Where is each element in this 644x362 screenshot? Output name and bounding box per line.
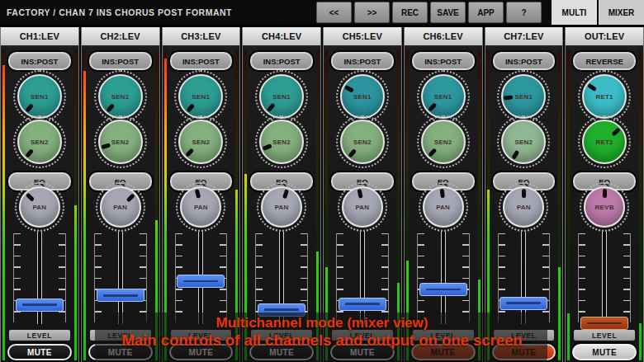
pan-knob[interactable]: PAN bbox=[19, 186, 60, 228]
fader-ticks-left bbox=[94, 233, 102, 322]
fader-track bbox=[441, 232, 446, 324]
prev-preset-button[interactable]: << bbox=[316, 2, 352, 23]
knob-label: SEN1 bbox=[259, 74, 304, 119]
channel-strip-out: OUT:LEV REVERSE RET1 RET2 EQ REVB bbox=[565, 27, 644, 362]
level-meter-right bbox=[558, 49, 561, 360]
caption-line-1: Multichannel mode (mixer view) bbox=[0, 315, 644, 331]
ins-post-button[interactable]: INS:POST bbox=[331, 52, 394, 70]
knob-label: SEN2 bbox=[98, 120, 143, 164]
knob-label: REVB bbox=[584, 186, 625, 228]
revb-knob[interactable]: REVB bbox=[584, 186, 625, 228]
channel-header[interactable]: CH7:LEV bbox=[485, 27, 563, 47]
ret2-knob[interactable]: RET2 bbox=[582, 120, 627, 164]
knob-label: SEN1 bbox=[501, 74, 546, 119]
channel-strip-ch1: CH1:LEV INS:POST SEN1 SEN2 EQ PAN bbox=[0, 27, 79, 362]
sen2-knob[interactable]: SEN2 bbox=[340, 120, 385, 164]
fader-ticks-right bbox=[623, 233, 631, 322]
mixer-app-screen: FACTORY / CHAN 7 INS CHORUS POST FORMANT… bbox=[0, 0, 644, 362]
channel-header[interactable]: CH2:LEV bbox=[82, 27, 159, 47]
fader-handle-line bbox=[103, 294, 138, 297]
sen2-knob[interactable]: SEN2 bbox=[501, 120, 546, 164]
knob-label: PAN bbox=[342, 186, 383, 228]
pan-knob[interactable]: PAN bbox=[423, 186, 464, 228]
knob-label: PAN bbox=[261, 186, 302, 228]
help-button[interactable]: ? bbox=[506, 2, 542, 23]
toolbar-buttons: << >> REC SAVE APP ? bbox=[316, 2, 542, 23]
knob-label: SEN2 bbox=[340, 120, 385, 164]
knob-label: PAN bbox=[423, 186, 464, 228]
sen1-knob[interactable]: SEN1 bbox=[501, 74, 546, 119]
sen2-knob[interactable]: SEN2 bbox=[17, 120, 62, 164]
fader-handle[interactable] bbox=[419, 283, 467, 296]
fader-handle-line bbox=[506, 302, 541, 304]
fader-handle[interactable] bbox=[500, 297, 547, 310]
knob-label: SEN2 bbox=[178, 120, 223, 164]
fader-track bbox=[521, 232, 526, 324]
knob-label: RET2 bbox=[582, 120, 627, 164]
save-button[interactable]: SAVE bbox=[430, 2, 466, 23]
fader-handle[interactable] bbox=[16, 299, 64, 312]
sen2-knob[interactable]: SEN2 bbox=[421, 120, 466, 164]
fader-handle-line bbox=[22, 303, 57, 306]
top-toolbar: FACTORY / CHAN 7 INS CHORUS POST FORMANT… bbox=[0, 0, 644, 25]
pan-knob[interactable]: PAN bbox=[261, 186, 302, 228]
caption-line-2: Main controls of all channels and output… bbox=[0, 331, 644, 350]
knob-label: SEN2 bbox=[501, 120, 546, 164]
pan-knob[interactable]: PAN bbox=[503, 186, 544, 228]
reverse-button[interactable]: REVERSE bbox=[573, 52, 636, 70]
tab-mixer[interactable]: MIXER bbox=[597, 0, 644, 25]
fader-track bbox=[602, 232, 607, 324]
knob-label: SEN2 bbox=[259, 120, 304, 164]
pan-knob[interactable]: PAN bbox=[180, 186, 221, 228]
knob-label: SEN2 bbox=[17, 120, 62, 164]
caption-overlay: Multichannel mode (mixer view) Main cont… bbox=[0, 315, 644, 350]
fader-ticks-left bbox=[578, 233, 585, 322]
fader-handle[interactable] bbox=[97, 289, 144, 302]
fader-handle-line bbox=[264, 308, 299, 311]
level-meter-left bbox=[83, 49, 86, 360]
fader-handle[interactable] bbox=[339, 298, 386, 311]
sen2-knob[interactable]: SEN2 bbox=[259, 120, 304, 164]
fader-track bbox=[118, 232, 123, 324]
knob-label: PAN bbox=[503, 186, 544, 228]
knob-label: SEN1 bbox=[98, 74, 143, 119]
sen2-knob[interactable]: SEN2 bbox=[178, 120, 223, 164]
view-tab-switch: MULTI MIXER bbox=[552, 0, 644, 25]
tab-multi[interactable]: MULTI bbox=[552, 0, 597, 25]
channel-header[interactable]: CH6:LEV bbox=[405, 27, 482, 47]
fader-handle-line bbox=[345, 303, 380, 305]
level-meter-left bbox=[567, 49, 570, 360]
knob-label: PAN bbox=[100, 186, 141, 228]
sen1-knob[interactable]: SEN1 bbox=[259, 74, 304, 119]
level-meter-left bbox=[2, 49, 5, 360]
sen2-knob[interactable]: SEN2 bbox=[98, 120, 143, 164]
fader-ticks-right bbox=[140, 233, 147, 322]
fader-handle[interactable] bbox=[177, 275, 225, 288]
knob-label: SEN2 bbox=[421, 120, 466, 164]
knob-label: PAN bbox=[19, 186, 60, 228]
next-preset-button[interactable]: >> bbox=[354, 2, 390, 23]
fader-handle-line bbox=[183, 280, 218, 283]
channel-header[interactable]: CH5:LEV bbox=[324, 27, 401, 47]
level-meter-right bbox=[74, 49, 77, 360]
channel-header[interactable]: CH3:LEV bbox=[163, 27, 240, 47]
app-button[interactable]: APP bbox=[468, 2, 504, 23]
pan-knob[interactable]: PAN bbox=[342, 186, 383, 228]
channel-header[interactable]: CH4:LEV bbox=[243, 27, 320, 47]
channel-header[interactable]: OUT:LEV bbox=[566, 27, 643, 47]
preset-title: FACTORY / CHAN 7 INS CHORUS POST FORMANT bbox=[7, 0, 232, 25]
channel-header[interactable]: CH1:LEV bbox=[1, 27, 78, 47]
level-meter-right bbox=[639, 49, 642, 360]
rec-button[interactable]: REC bbox=[392, 2, 428, 23]
fader-ticks-left bbox=[417, 233, 424, 322]
pan-knob[interactable]: PAN bbox=[100, 186, 141, 228]
sen1-knob[interactable]: SEN1 bbox=[98, 74, 143, 119]
knob-label: PAN bbox=[180, 186, 221, 228]
fader-handle-line bbox=[426, 289, 461, 291]
ins-post-button[interactable]: INS:POST bbox=[493, 52, 556, 70]
fader-ticks-right bbox=[462, 233, 470, 322]
